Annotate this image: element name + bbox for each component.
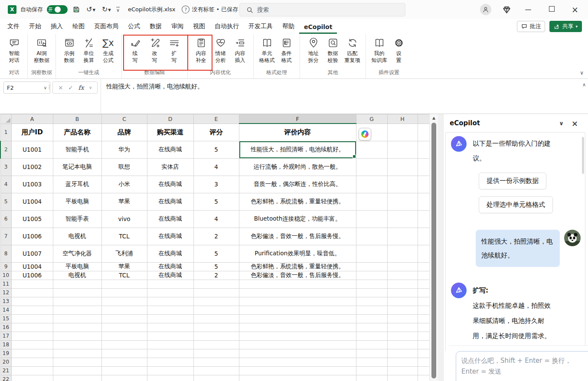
- cell[interactable]: [387, 375, 418, 381]
- close-window-button[interactable]: ×: [569, 5, 581, 14]
- comments-button[interactable]: 批注: [517, 21, 545, 32]
- formula-bar-handle-icon[interactable]: ⋮: [46, 84, 52, 90]
- cell[interactable]: 联想: [101, 158, 147, 176]
- tab-home[interactable]: 开始: [24, 20, 46, 34]
- cell[interactable]: vivo: [101, 210, 147, 228]
- cell[interactable]: [387, 245, 418, 262]
- cell[interactable]: [387, 262, 418, 271]
- cell[interactable]: [239, 323, 356, 332]
- cell[interactable]: [356, 228, 387, 245]
- save-button[interactable]: [72, 5, 81, 14]
- cell[interactable]: [387, 176, 418, 193]
- cell[interactable]: [356, 280, 387, 288]
- suggestion-chip-cell-format[interactable]: 处理选中单元格格式: [479, 196, 553, 213]
- cell[interactable]: [356, 332, 387, 340]
- cell[interactable]: 华为: [101, 141, 147, 158]
- cell[interactable]: [11, 323, 53, 332]
- cell[interactable]: [11, 349, 53, 358]
- cell[interactable]: [387, 323, 418, 332]
- conditional-format-button[interactable]: 条件格式: [277, 34, 296, 64]
- cell[interactable]: 小米: [101, 176, 147, 193]
- cell[interactable]: [53, 375, 101, 381]
- tab-ecopilot[interactable]: eCopilot: [299, 20, 337, 34]
- cell[interactable]: [418, 271, 430, 280]
- cell[interactable]: [147, 297, 193, 306]
- tab-review[interactable]: 审阅: [167, 20, 188, 34]
- cell[interactable]: [11, 306, 53, 314]
- cell[interactable]: 4: [193, 210, 239, 228]
- insert-function-button[interactable]: fx: [78, 84, 84, 91]
- cell[interactable]: [193, 323, 239, 332]
- cell[interactable]: 在线商城: [147, 245, 193, 262]
- cell[interactable]: [53, 306, 101, 314]
- cell[interactable]: 音质一般，偶尔断连，性价比高。: [239, 176, 356, 193]
- column-header-g[interactable]: G: [356, 114, 387, 124]
- continue-writing-button[interactable]: 续写: [125, 34, 145, 64]
- tab-draw[interactable]: 绘图: [68, 20, 89, 34]
- panel-collapse-icon[interactable]: ∨: [555, 120, 568, 127]
- cell[interactable]: [387, 366, 418, 375]
- cell[interactable]: 苹果: [101, 193, 147, 210]
- cell[interactable]: [193, 358, 239, 366]
- cell[interactable]: [147, 340, 193, 349]
- cell[interactable]: [101, 349, 147, 358]
- row-header[interactable]: 12: [0, 288, 11, 297]
- cell[interactable]: [387, 332, 418, 340]
- redo-button[interactable]: ↻ ▾: [101, 5, 112, 14]
- cell[interactable]: [387, 314, 418, 323]
- cell[interactable]: U1003: [11, 176, 53, 193]
- cell[interactable]: [387, 288, 418, 297]
- cell[interactable]: [193, 297, 239, 306]
- cell[interactable]: 电视机: [53, 228, 101, 245]
- cell[interactable]: U1007: [11, 245, 53, 262]
- cell[interactable]: [418, 306, 430, 314]
- cell[interactable]: [356, 262, 387, 271]
- row-header[interactable]: 7: [0, 228, 11, 245]
- chat-input[interactable]: [456, 351, 588, 381]
- content-insert-button[interactable]: 内容插入: [230, 34, 250, 64]
- cell[interactable]: Purification效果明显，噪音低。: [239, 245, 356, 262]
- cell[interactable]: 5: [193, 262, 239, 271]
- rewrite-button[interactable]: 改写: [145, 34, 164, 64]
- cell[interactable]: [147, 323, 193, 332]
- quick-access-more-icon[interactable]: ∨: [116, 7, 120, 13]
- panel-close-icon[interactable]: ×: [568, 119, 582, 128]
- cell[interactable]: [193, 332, 239, 340]
- cell[interactable]: [356, 323, 387, 332]
- cell[interactable]: [239, 280, 356, 288]
- cell[interactable]: [147, 366, 193, 375]
- settings-button[interactable]: 设置: [389, 34, 408, 64]
- cell[interactable]: [418, 366, 430, 375]
- cell[interactable]: [53, 297, 101, 306]
- cell[interactable]: [418, 340, 430, 349]
- column-header-b[interactable]: B: [53, 114, 101, 124]
- suggestion-chip-sample-data[interactable]: 提供一份示例数据: [479, 173, 546, 189]
- tab-developer[interactable]: 开发工具: [244, 20, 278, 34]
- cell[interactable]: [11, 332, 53, 340]
- cell[interactable]: U1002: [11, 158, 53, 176]
- column-header-h[interactable]: H: [387, 114, 418, 124]
- cell[interactable]: 平板电脑: [53, 193, 101, 210]
- cell[interactable]: [387, 349, 418, 358]
- cell[interactable]: [239, 297, 356, 306]
- cell[interactable]: [418, 141, 430, 158]
- cell[interactable]: [356, 288, 387, 297]
- tab-data[interactable]: 数据: [145, 20, 167, 34]
- document-title[interactable]: eCopilot示例.xlsx: [128, 6, 175, 13]
- cell[interactable]: [193, 288, 239, 297]
- cell[interactable]: [53, 288, 101, 297]
- cell[interactable]: [147, 375, 193, 381]
- row-header[interactable]: 3: [0, 158, 11, 176]
- cell[interactable]: [239, 366, 356, 375]
- row-header[interactable]: 2: [0, 141, 11, 158]
- cell[interactable]: [193, 340, 239, 349]
- cell[interactable]: TCL: [101, 228, 147, 245]
- cell[interactable]: [387, 340, 418, 349]
- confirm-entry-button[interactable]: ✓: [69, 85, 73, 91]
- cell[interactable]: [101, 297, 147, 306]
- cell[interactable]: [147, 349, 193, 358]
- cell[interactable]: [418, 228, 430, 245]
- cell[interactable]: [356, 176, 387, 193]
- collapse-formula-bar-icon[interactable]: ∧: [582, 82, 586, 88]
- cell[interactable]: [193, 314, 239, 323]
